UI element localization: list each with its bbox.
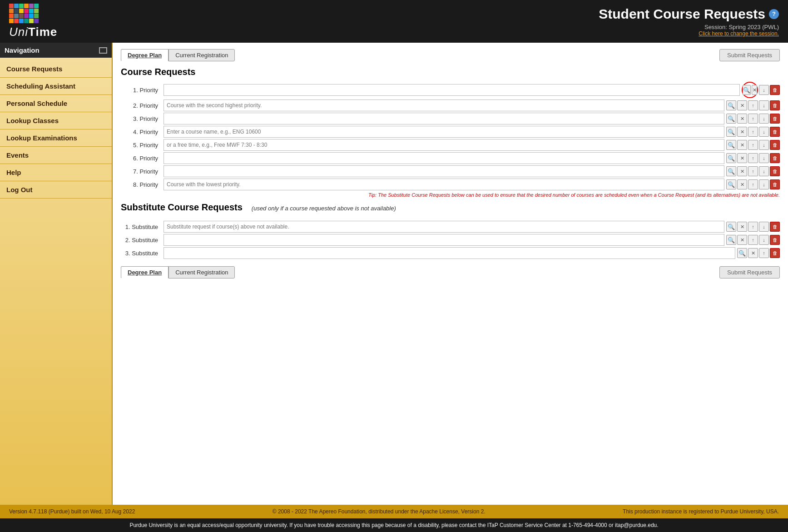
priority-input-7[interactable] — [164, 165, 724, 177]
sidebar-item-events[interactable]: Events — [0, 147, 112, 164]
logo-blocks — [9, 4, 57, 23]
tab-degree-plan[interactable]: Degree Plan — [121, 49, 169, 61]
footer-bottom: Purdue University is an equal access/equ… — [0, 518, 788, 532]
priority-input-8[interactable] — [164, 179, 724, 190]
sidebar-item-log-out[interactable]: Log Out — [0, 181, 112, 199]
sub-delete-button-1[interactable]: 🗑 — [770, 222, 780, 232]
move-down-button-4[interactable]: ↓ — [759, 127, 769, 137]
clear-button-2[interactable]: ✕ — [737, 100, 747, 110]
sub-clear-button-2[interactable]: ✕ — [737, 235, 747, 245]
sub-search-button-2[interactable]: 🔍 — [726, 235, 736, 245]
clear-button-6[interactable]: ✕ — [737, 153, 747, 163]
sub-delete-button-2[interactable]: 🗑 — [770, 235, 780, 245]
priority-input-3[interactable] — [164, 113, 724, 124]
clear-button-8[interactable]: ✕ — [737, 179, 747, 189]
sub-move-down-button-1[interactable]: ↓ — [759, 222, 769, 232]
move-up-button-6[interactable]: ↑ — [748, 153, 758, 163]
move-down-button-7[interactable]: ↓ — [759, 166, 769, 176]
help-icon[interactable]: ? — [769, 9, 779, 19]
sub-clear-button-1[interactable]: ✕ — [737, 222, 747, 232]
delete-button-2[interactable]: 🗑 — [770, 100, 780, 110]
app-wrapper: UniTime Student Course Requests ? Sessio… — [0, 0, 788, 532]
sidebar-item-course-requests[interactable]: Course Requests — [0, 60, 112, 78]
clear-button-3[interactable]: ✕ — [737, 114, 747, 124]
substitute-label-1: 1. Substitute — [121, 224, 162, 230]
priority-input-2[interactable] — [164, 99, 724, 111]
sidebar-item-scheduling-assistant[interactable]: Scheduling Assistant — [0, 78, 112, 95]
priority-input-4[interactable] — [164, 126, 724, 138]
search-button-2[interactable]: 🔍 — [726, 100, 736, 110]
priority-label-4: 4. Priority — [121, 129, 162, 135]
search-circle-ring: 🔍 ✕ — [742, 82, 758, 98]
submit-requests-button-bottom[interactable]: Submit Requests — [719, 266, 780, 278]
delete-button-6[interactable]: 🗑 — [770, 153, 780, 163]
substitute-input-3[interactable] — [164, 247, 735, 259]
sub-search-button-1[interactable]: 🔍 — [726, 222, 736, 232]
move-up-button-8[interactable]: ↑ — [748, 179, 758, 189]
move-up-button-4[interactable]: ↑ — [748, 127, 758, 137]
tab-current-registration[interactable]: Current Registration — [169, 49, 235, 61]
sub-row-actions-3: 🔍 ✕ ↑ 🗑 — [737, 248, 780, 258]
substitute-input-2[interactable] — [164, 234, 724, 246]
search-button-8[interactable]: 🔍 — [726, 179, 736, 189]
delete-button-7[interactable]: 🗑 — [770, 166, 780, 176]
clear-button-5[interactable]: ✕ — [737, 140, 747, 150]
priority-input-6[interactable] — [164, 152, 724, 164]
move-up-button-3[interactable]: ↑ — [748, 114, 758, 124]
search-button-5[interactable]: 🔍 — [726, 140, 736, 150]
search-button-3[interactable]: 🔍 — [726, 114, 736, 124]
page-title: Student Course Requests ? — [599, 6, 779, 22]
priority-input-1[interactable] — [164, 84, 740, 96]
move-up-button-7[interactable]: ↑ — [748, 166, 758, 176]
clear-button-1[interactable]: ✕ — [752, 85, 757, 95]
move-down-button-3[interactable]: ↓ — [759, 114, 769, 124]
accessibility-text: Purdue University is an equal access/equ… — [129, 522, 658, 528]
logo: UniTime — [9, 4, 57, 39]
submit-requests-button-top[interactable]: Submit Requests — [719, 49, 780, 61]
substitute-label-3: 3. Substitute — [121, 250, 162, 257]
delete-button-3[interactable]: 🗑 — [770, 114, 780, 124]
sub-move-up-button-1[interactable]: ↑ — [748, 222, 758, 232]
sub-move-down-button-2[interactable]: ↓ — [759, 235, 769, 245]
sidebar-item-lookup-classes[interactable]: Lookup Classes — [0, 112, 112, 129]
sub-delete-button-3[interactable]: 🗑 — [770, 248, 780, 258]
priority-row-6: 6. Priority 🔍 ✕ ↑ ↓ 🗑 — [121, 152, 780, 164]
search-button-6[interactable]: 🔍 — [726, 153, 736, 163]
sidebar-icon — [99, 47, 107, 54]
search-button-4[interactable]: 🔍 — [726, 127, 736, 137]
substitute-input-1[interactable] — [164, 221, 724, 233]
move-down-button-1[interactable]: ↓ — [759, 85, 769, 95]
priority-label-1: 1. Priority — [121, 87, 162, 94]
substitute-requests-section: Substitute Course Requests (used only if… — [121, 202, 780, 259]
priority-input-5[interactable] — [164, 139, 724, 151]
move-down-button-6[interactable]: ↓ — [759, 153, 769, 163]
move-up-button-2[interactable]: ↑ — [748, 100, 758, 110]
move-down-button-5[interactable]: ↓ — [759, 140, 769, 150]
change-session-link[interactable]: Click here to change the session. — [599, 30, 779, 37]
delete-button-8[interactable]: 🗑 — [770, 179, 780, 189]
row-actions-2: 🔍 ✕ ↑ ↓ 🗑 — [726, 100, 780, 110]
sidebar-item-lookup-examinations[interactable]: Lookup Examinations — [0, 129, 112, 147]
sub-search-button-3[interactable]: 🔍 — [737, 248, 747, 258]
sub-move-up-button-2[interactable]: ↑ — [748, 235, 758, 245]
sidebar-item-help[interactable]: Help — [0, 164, 112, 181]
clear-button-4[interactable]: ✕ — [737, 127, 747, 137]
search-button-7[interactable]: 🔍 — [726, 166, 736, 176]
header: UniTime Student Course Requests ? Sessio… — [0, 0, 788, 43]
search-button-1[interactable]: 🔍 — [743, 85, 751, 95]
delete-button-4[interactable]: 🗑 — [770, 127, 780, 137]
priority-row-3: 3. Priority 🔍 ✕ ↑ ↓ 🗑 — [121, 113, 780, 124]
sidebar-item-personal-schedule[interactable]: Personal Schedule — [0, 95, 112, 112]
sub-clear-button-3[interactable]: ✕ — [748, 248, 758, 258]
bottom-tab-current-registration[interactable]: Current Registration — [169, 266, 235, 278]
sub-move-up-button-3[interactable]: ↑ — [759, 248, 769, 258]
clear-button-7[interactable]: ✕ — [737, 166, 747, 176]
priority-label-6: 6. Priority — [121, 155, 162, 162]
bottom-tab-degree-plan[interactable]: Degree Plan — [121, 266, 169, 278]
delete-button-1[interactable]: 🗑 — [770, 85, 780, 95]
move-down-button-2[interactable]: ↓ — [759, 100, 769, 110]
copyright-text: © 2008 - 2022 The Apereo Foundation, dis… — [273, 508, 486, 515]
move-down-button-8[interactable]: ↓ — [759, 179, 769, 189]
delete-button-5[interactable]: 🗑 — [770, 140, 780, 150]
move-up-button-5[interactable]: ↑ — [748, 140, 758, 150]
